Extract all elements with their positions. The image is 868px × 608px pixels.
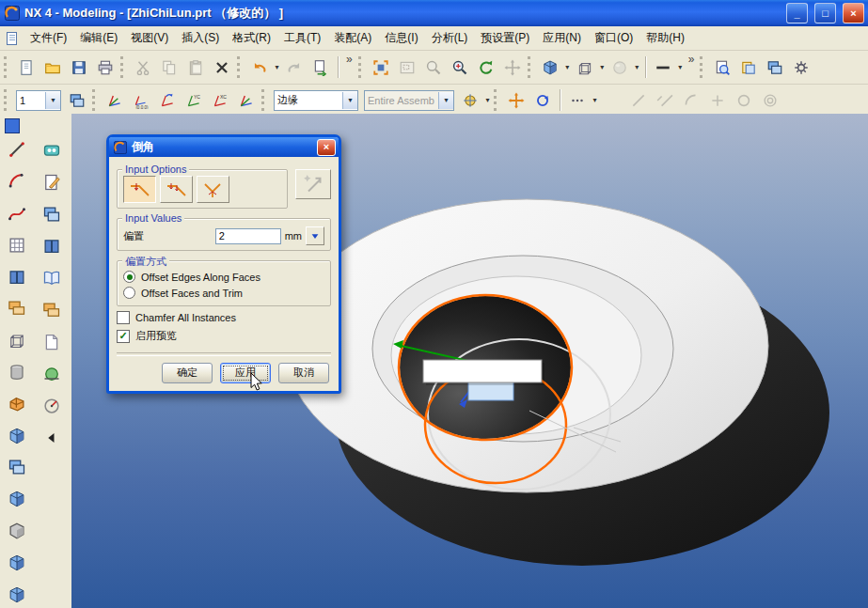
- chamfer-tool-button[interactable]: [3, 549, 30, 576]
- wireframe-display-button[interactable]: [572, 55, 598, 81]
- visualization-preferences-button[interactable]: [788, 55, 814, 81]
- maximize-button[interactable]: □: [814, 3, 836, 23]
- menu-item-4[interactable]: 格式(R): [226, 27, 277, 49]
- fit-view-button[interactable]: [368, 55, 394, 81]
- edge-width-button[interactable]: [650, 55, 676, 81]
- dialog-close-button[interactable]: ×: [317, 139, 336, 156]
- wcs-rotate-button[interactable]: [154, 87, 181, 114]
- snap-point-button[interactable]: [457, 87, 483, 114]
- export-snapshot-button[interactable]: [735, 55, 762, 81]
- menu-item-1[interactable]: 编辑(E): [73, 27, 124, 49]
- toolbar-grip[interactable]: [120, 56, 126, 78]
- chamfer-all-instances-row[interactable]: Chamfer All Instances: [117, 309, 331, 325]
- chamfer-all-instances-checkbox[interactable]: [117, 311, 130, 324]
- edge-width-caret[interactable]: ▾: [676, 63, 685, 71]
- revolve-tool-button[interactable]: [3, 486, 30, 513]
- new-sheet-button[interactable]: [38, 328, 65, 355]
- offset-faces-radio-row[interactable]: Offset Faces and Trim: [123, 285, 324, 301]
- cancel-button[interactable]: 取消: [278, 363, 329, 383]
- toolbar-overflow-standard[interactable]: »: [342, 53, 356, 66]
- toolbar-grip[interactable]: [4, 89, 9, 111]
- edge-blend-tool-button[interactable]: [3, 581, 30, 608]
- toolbar-grip[interactable]: [494, 89, 499, 111]
- toolbar-grip[interactable]: [700, 56, 705, 78]
- menu-item-9[interactable]: 预设置(P): [474, 27, 536, 49]
- boolean-unite-button[interactable]: [3, 422, 30, 449]
- hole-tool-button[interactable]: [3, 518, 30, 545]
- apply-button[interactable]: 应用: [220, 363, 271, 383]
- rotate-view-button[interactable]: [473, 55, 499, 81]
- offset-faces-radio[interactable]: [123, 287, 135, 299]
- dock-grip[interactable]: [5, 118, 20, 133]
- menu-item-11[interactable]: 窗口(O): [588, 27, 639, 49]
- open-file-button[interactable]: [39, 55, 66, 81]
- ok-button[interactable]: 确定: [162, 363, 213, 383]
- wcs-dynamics-button[interactable]: [102, 87, 128, 114]
- offset-edges-radio[interactable]: [123, 271, 135, 283]
- onscreen-tooltip[interactable]: [423, 360, 542, 382]
- wcs-origin-button[interactable]: (0,0,0): [128, 87, 154, 114]
- minimize-button[interactable]: _: [786, 3, 808, 23]
- sketch-profile-button[interactable]: [3, 231, 30, 258]
- layer-category-button[interactable]: [64, 87, 90, 114]
- toolbar-grip[interactable]: [4, 56, 9, 78]
- work-layer-dropdown-arrow[interactable]: ▼: [45, 92, 60, 109]
- wcs-orient-button[interactable]: YC: [181, 87, 207, 114]
- offset-value-input[interactable]: [215, 228, 281, 244]
- menu-item-5[interactable]: 工具(T): [277, 27, 327, 49]
- datum-csys-button[interactable]: [38, 392, 65, 419]
- enable-preview-row[interactable]: ✓ 启用预览: [117, 328, 331, 344]
- cylinder-tool-button[interactable]: [3, 359, 30, 386]
- extrude-tool-button[interactable]: [3, 454, 30, 481]
- wireframe-display-caret[interactable]: ▾: [598, 63, 607, 71]
- chamfer-dialog-titlebar[interactable]: 倒角 ×: [109, 137, 339, 157]
- more-tools-caret[interactable]: ▾: [591, 96, 599, 104]
- selection-filter-combo[interactable]: 边缘▼: [274, 90, 358, 111]
- repeat-command-button[interactable]: [308, 55, 334, 81]
- sketch-spline-button[interactable]: [3, 200, 30, 227]
- move-object-button[interactable]: [503, 87, 529, 114]
- sketch-line-button[interactable]: [3, 136, 30, 164]
- chamfer-type-symmetric-button[interactable]: [123, 176, 156, 203]
- work-layer-combo[interactable]: 1▼: [16, 90, 61, 111]
- toolbar-grip[interactable]: [528, 56, 533, 78]
- toolbar-grip[interactable]: [358, 56, 364, 78]
- zoom-in-out-button[interactable]: [447, 55, 473, 81]
- menu-item-12[interactable]: 帮助(H): [639, 27, 691, 49]
- toolbar-overflow-view[interactable]: »: [685, 53, 699, 66]
- datum-plane-button[interactable]: [38, 200, 65, 227]
- snap-point-caret[interactable]: ▾: [483, 96, 492, 104]
- menu-item-2[interactable]: 视图(V): [124, 27, 175, 49]
- chamfer-type-offset-angle-button[interactable]: [197, 176, 229, 203]
- datum-point-button[interactable]: [38, 360, 65, 387]
- part-navigator-button[interactable]: [3, 263, 30, 290]
- more-tools-button[interactable]: [564, 87, 591, 114]
- block-tool-button[interactable]: [3, 390, 30, 417]
- undo-button[interactable]: [246, 55, 273, 81]
- wcs-set-button[interactable]: XC: [207, 87, 233, 114]
- menu-item-0[interactable]: 文件(F): [24, 27, 73, 49]
- print-button[interactable]: [92, 55, 118, 81]
- toolbar-grip[interactable]: [261, 89, 267, 111]
- menu-item-10[interactable]: 应用(N): [536, 27, 588, 49]
- toolbar-grip[interactable]: [92, 89, 98, 111]
- layer-settings-button[interactable]: [762, 55, 788, 81]
- delete-button[interactable]: [209, 55, 235, 81]
- sketch-task-button[interactable]: [38, 168, 65, 195]
- shaded-display-button[interactable]: [537, 55, 563, 81]
- high-quality-image-button[interactable]: [709, 55, 735, 81]
- sketch-arc-button[interactable]: [3, 168, 30, 195]
- wcs-display-button[interactable]: [233, 87, 260, 114]
- new-file-button[interactable]: [13, 55, 39, 81]
- menu-item-8[interactable]: 分析(L): [425, 27, 475, 49]
- save-file-button[interactable]: [66, 55, 92, 81]
- rotate-object-button[interactable]: [529, 87, 556, 114]
- dock-collapse-button[interactable]: [38, 424, 65, 451]
- menu-item-3[interactable]: 插入(S): [175, 27, 226, 49]
- sheet-bodies-button[interactable]: [3, 295, 30, 322]
- offset-edges-radio-row[interactable]: Offset Edges Along Faces: [123, 269, 324, 285]
- information-window-button[interactable]: [38, 264, 65, 291]
- menu-item-6[interactable]: 装配(A): [327, 27, 378, 49]
- measure-tool-button[interactable]: [38, 136, 65, 164]
- enable-preview-checkbox[interactable]: ✓: [117, 330, 130, 343]
